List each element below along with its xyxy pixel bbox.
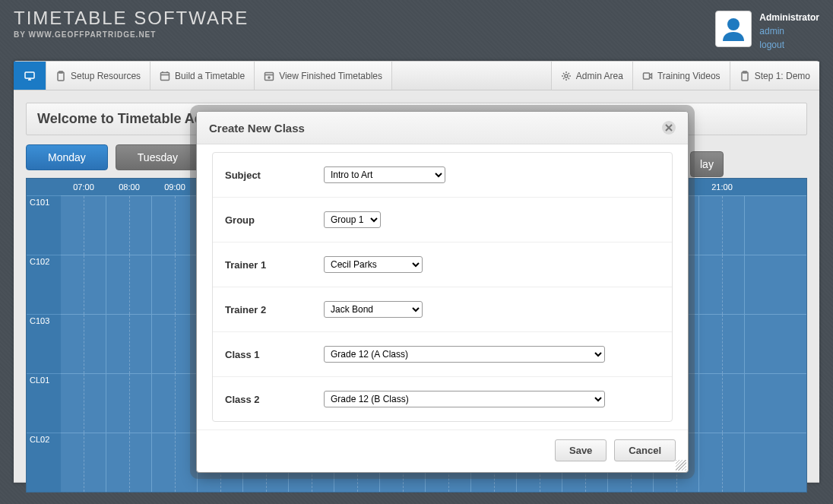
select-class1[interactable]: Grade 12 (A Class) (324, 346, 605, 363)
toolbar-step1[interactable]: Step 1: Demo (730, 62, 819, 90)
time-slot: 21:00 (699, 182, 745, 192)
svg-point-12 (268, 77, 270, 78)
logo-subtitle: BY WWW.GEOFFPARTRIDGE.NET (14, 30, 249, 39)
label-trainer2: Trainer 2 (225, 304, 324, 315)
time-slot: 08:00 (106, 182, 152, 192)
grid-cell[interactable] (152, 374, 198, 433)
toolbar-label: Training Videos (657, 71, 721, 81)
toolbar-admin[interactable]: Admin Area (551, 62, 632, 90)
label-group: Group (225, 214, 324, 226)
grid-cell[interactable] (61, 255, 106, 314)
room-label: C101 (27, 195, 61, 255)
row-class1: Class 1 Grade 12 (A Class) (213, 332, 672, 377)
logo-block: TIMETABLE SOFTWARE BY WWW.GEOFFPARTRIDGE… (14, 8, 249, 39)
svg-rect-1 (25, 72, 34, 78)
grid-cell[interactable] (152, 255, 198, 314)
label-class1: Class 1 (225, 349, 324, 360)
username-link[interactable]: admin (759, 24, 819, 38)
select-class2[interactable]: Grade 12 (B Class) (324, 391, 605, 407)
grid-cell[interactable] (61, 196, 106, 255)
row-subject: Subject Intro to Art (213, 153, 672, 198)
grid-cell[interactable] (61, 433, 106, 492)
grid-cell[interactable] (699, 374, 745, 433)
toolbar-label: Setup Resources (71, 71, 141, 81)
toolbar-label: Admin Area (576, 71, 623, 81)
form-card: Subject Intro to Art Group Group 1 Train… (212, 152, 673, 422)
close-icon[interactable] (662, 121, 676, 135)
grid-cell[interactable] (61, 374, 106, 433)
toolbar-view[interactable]: View Finished Timetables (255, 62, 392, 90)
grid-cell[interactable] (106, 315, 152, 373)
calendar-view-icon (264, 71, 274, 81)
toolbar-label: Build a Timetable (175, 71, 245, 81)
grid-cell[interactable] (699, 196, 745, 255)
modal-title: Create New Class (209, 122, 305, 135)
monitor-icon (24, 71, 35, 81)
grid-cell[interactable] (699, 315, 745, 373)
grid-cell[interactable] (61, 315, 106, 373)
cancel-button[interactable]: Cancel (614, 439, 676, 461)
label-trainer1: Trainer 1 (225, 259, 324, 271)
time-slot: 09:00 (152, 182, 198, 192)
toolbar-setup[interactable]: Setup Resources (46, 62, 150, 90)
grid-cell[interactable] (699, 433, 745, 492)
grid-cell[interactable] (106, 255, 152, 314)
grid-cell[interactable] (106, 374, 152, 433)
toolbar-label: View Finished Timetables (279, 71, 382, 81)
gear-icon (561, 71, 572, 81)
user-block: Administrator admin logout (715, 8, 819, 52)
grid-cell[interactable] (152, 315, 198, 373)
label-subject: Subject (225, 170, 324, 181)
avatar[interactable] (715, 11, 752, 47)
day-tab-tuesday[interactable]: Tuesday (116, 144, 200, 170)
save-button[interactable]: Save (555, 439, 607, 461)
row-group: Group Group 1 (213, 198, 672, 242)
user-display-name: Administrator (759, 11, 819, 24)
resize-grip[interactable] (676, 460, 686, 471)
toolbar-build[interactable]: Build a Timetable (150, 62, 255, 90)
time-slot: 07:00 (61, 182, 106, 192)
modal-body: Subject Intro to Art Group Group 1 Train… (197, 144, 688, 430)
room-label: CL01 (27, 373, 61, 433)
logo-title: TIMETABLE SOFTWARE (14, 8, 249, 29)
toolbar-label: Step 1: Demo (755, 71, 810, 81)
svg-rect-14 (643, 73, 649, 79)
select-trainer1[interactable]: Cecil Parks (324, 256, 423, 273)
calendar-build-icon (160, 71, 170, 81)
room-label: C102 (27, 255, 61, 314)
modal-footer: Save Cancel (197, 430, 688, 472)
select-group[interactable]: Group 1 (324, 211, 381, 228)
select-trainer2[interactable]: Jack Bond (324, 301, 423, 318)
grid-cell[interactable] (106, 196, 152, 255)
row-trainer2: Trainer 2 Jack Bond (213, 287, 672, 332)
label-class2: Class 2 (225, 394, 324, 405)
toolbar-home[interactable] (14, 62, 46, 90)
clipboard-icon (740, 71, 750, 81)
room-labels: C101C102C103CL01CL02 (27, 195, 61, 492)
grid-cell[interactable] (152, 196, 198, 255)
row-class2: Class 2 Grade 12 (B Class) (213, 377, 672, 421)
svg-point-0 (727, 18, 740, 30)
room-label: CL02 (27, 433, 61, 492)
toolbar-training[interactable]: Training Videos (632, 62, 730, 90)
grid-cell[interactable] (699, 255, 745, 314)
day-tab-monday[interactable]: Monday (26, 144, 108, 170)
room-label: C103 (27, 314, 61, 373)
user-icon (720, 15, 747, 43)
clipboard-icon (55, 71, 66, 81)
app-header: TIMETABLE SOFTWARE BY WWW.GEOFFPARTRIDGE… (0, 0, 833, 61)
day-tab-partial[interactable]: lay (690, 151, 724, 177)
svg-rect-6 (161, 72, 169, 80)
grid-cell[interactable] (152, 433, 198, 492)
video-icon (642, 71, 653, 81)
toolbar-right: Admin AreaTraining VideosStep 1: Demo (551, 62, 819, 90)
toolbar: Setup ResourcesBuild a TimetableView Fin… (14, 62, 819, 90)
logout-link[interactable]: logout (759, 38, 819, 52)
row-trainer1: Trainer 1 Cecil Parks (213, 242, 672, 287)
grid-cell[interactable] (106, 433, 152, 492)
select-subject[interactable]: Intro to Art (324, 166, 445, 183)
user-info: Administrator admin logout (759, 11, 819, 52)
create-class-modal: Create New Class Subject Intro to Art Gr… (196, 111, 689, 473)
modal-titlebar[interactable]: Create New Class (197, 112, 688, 144)
toolbar-left: Setup ResourcesBuild a TimetableView Fin… (14, 62, 392, 90)
